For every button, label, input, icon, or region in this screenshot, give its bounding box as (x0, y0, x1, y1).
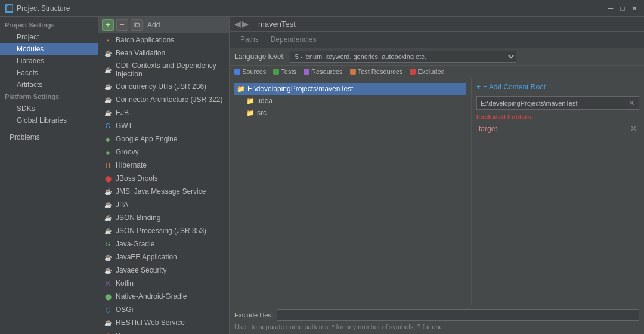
list-item[interactable]: ◈ Groovy (98, 146, 229, 159)
source-tag-excluded[interactable]: Excluded (410, 68, 444, 75)
tree-item-label: E:\developingProjects\mavenTest (247, 85, 353, 93)
source-tag-resources[interactable]: Resources (304, 68, 343, 75)
item-label: Native-Android-Gradle (116, 292, 187, 301)
list-item[interactable]: ☕ JMS: Java Message Service (98, 185, 229, 198)
item-icon: ⬤ (103, 292, 113, 301)
item-icon: ☕ (103, 252, 113, 262)
list-item[interactable]: ☕ JPA (98, 198, 229, 211)
item-label: Connector Architecture (JSR 322) (116, 95, 222, 104)
source-tag-test-resources[interactable]: Test Resources (350, 68, 403, 75)
item-label: Kotlin (116, 279, 134, 287)
sidebar-item-modules[interactable]: Modules (0, 43, 98, 55)
plus-icon: + (476, 83, 481, 91)
list-item[interactable]: ☕ Bean Validation (98, 47, 229, 60)
tree-item-label: src (257, 109, 267, 117)
list-item[interactable]: ⬤ Seam (98, 329, 229, 334)
root-path-text: E:\developingProjects\mavenTest (481, 100, 578, 107)
root-path-close-button[interactable]: ✕ (628, 98, 635, 107)
excluded-item-close-button[interactable]: ✕ (630, 124, 637, 133)
item-label: JMS: Java Message Service (116, 187, 206, 196)
list-item[interactable]: ⬡ OSGi (98, 303, 229, 316)
test-resources-dot (350, 69, 356, 75)
list-item[interactable]: ⬤ JBoss Drools (98, 172, 229, 185)
tree-item-src[interactable]: 📁 src (234, 107, 466, 119)
content-panel: ◀ ▶ mavenTest Paths Dependencies Languag… (230, 17, 644, 334)
exclude-files-row: Exclude files: (234, 309, 639, 321)
item-icon: ☕ (103, 265, 113, 275)
source-tag-tests[interactable]: Tests (273, 68, 296, 75)
list-item[interactable]: K Kotlin (98, 277, 229, 290)
item-icon: G (103, 239, 113, 249)
copy-facet-button[interactable]: ⧉ (131, 19, 143, 31)
sidebar-item-libraries[interactable]: Libraries (0, 55, 98, 67)
item-label: JavaEE Application (116, 253, 177, 261)
list-item[interactable]: H Hibernate (98, 159, 229, 172)
facet-list: ▪ Batch Applications ☕ Bean Validation ☕… (98, 33, 229, 334)
add-facet-button[interactable]: + (102, 19, 114, 31)
sources-label: Sources (242, 68, 266, 75)
back-button[interactable]: ◀ (234, 19, 241, 29)
item-icon: G (103, 121, 113, 131)
list-item[interactable]: ☕ Connector Architecture (JSR 322) (98, 93, 229, 106)
exclude-files-input[interactable] (277, 309, 639, 321)
platform-settings-section: Platform Settings (0, 91, 98, 103)
sidebar-item-global-libraries[interactable]: Global Libraries (0, 115, 98, 126)
sidebar-item-artifacts[interactable]: Artifacts (0, 79, 98, 91)
list-item[interactable]: ☕ Concurrency Utils (JSR 236) (98, 80, 229, 93)
list-item[interactable]: ☕ Javaee Security (98, 264, 229, 277)
item-label: Batch Applications (116, 36, 174, 44)
sidebar-item-facets[interactable]: Facets (0, 67, 98, 79)
list-item[interactable]: ☕ RESTful Web Service (98, 316, 229, 329)
list-item[interactable]: ☕ JavaEE Application (98, 250, 229, 264)
sidebar-item-sdks[interactable]: SDKs (0, 103, 98, 115)
tab-dependencies[interactable]: Dependencies (265, 33, 323, 47)
tab-paths[interactable]: Paths (234, 33, 265, 47)
folder-icon: 📁 (246, 97, 255, 105)
add-content-root-button[interactable]: + + Add Content Root (476, 83, 639, 91)
lang-level-label: Language level: (234, 52, 285, 61)
item-icon: ☕ (103, 108, 113, 117)
close-button[interactable]: ✕ (630, 4, 639, 13)
item-icon: ◈ (103, 147, 113, 157)
lang-level-select[interactable]: 5 - 'enum' keyword, generics, autoboxing… (290, 51, 516, 63)
sidebar-item-project[interactable]: Project (0, 31, 98, 43)
tree-item-idea[interactable]: 📁 .idea (234, 95, 466, 107)
list-item[interactable]: G GWT (98, 119, 229, 132)
test-resources-label: Test Resources (358, 68, 403, 75)
item-icon: ☕ (103, 318, 113, 327)
maximize-button[interactable]: □ (618, 4, 627, 13)
list-item[interactable]: ▪ Batch Applications (98, 33, 229, 47)
item-icon: K (103, 279, 113, 288)
copy-icon: ⧉ (134, 20, 140, 30)
tree-item-root[interactable]: 📁 E:\developingProjects\mavenTest (234, 83, 466, 95)
list-item[interactable]: ☕ EJB (98, 106, 229, 119)
facet-dropdown-panel: + − ⧉ Add ▪ Batch Applications ☕ Bean Va… (98, 17, 230, 334)
list-item[interactable]: ☕ JSON Processing (JSR 353) (98, 224, 229, 237)
source-tag-sources[interactable]: Sources (234, 68, 266, 75)
list-item[interactable]: ⬤ Native-Android-Gradle (98, 290, 229, 303)
title-bar: ⬛ Project Structure ─ □ ✕ (0, 0, 644, 17)
remove-facet-button[interactable]: − (116, 19, 128, 31)
forward-button[interactable]: ▶ (242, 19, 249, 29)
title-bar-controls: ─ □ ✕ (606, 4, 639, 13)
list-item[interactable]: ◆ Google App Engine (98, 132, 229, 146)
item-icon: ⬤ (103, 331, 113, 334)
module-name-bar: ◀ ▶ mavenTest (230, 17, 644, 32)
minus-icon: − (120, 20, 125, 29)
item-label: Hibernate (116, 161, 147, 169)
item-label: Google App Engine (116, 135, 177, 143)
dropdown-toolbar: + − ⧉ Add (98, 17, 229, 33)
window-title: Project Structure (17, 4, 70, 13)
plus-icon: + (106, 20, 110, 29)
list-item[interactable]: ☕ CDI: Contexts and Dependency Injection (98, 60, 229, 80)
item-label: EJB (116, 109, 129, 117)
sidebar-item-problems[interactable]: Problems (0, 131, 98, 143)
lang-level-bar: Language level: 5 - 'enum' keyword, gene… (230, 48, 644, 66)
list-item[interactable]: G Java-Gradle (98, 237, 229, 250)
nav-arrows: ◀ ▶ (234, 19, 249, 29)
item-label: JSON Processing (JSR 353) (116, 227, 206, 235)
list-item[interactable]: ☕ JSON Binding (98, 211, 229, 224)
minimize-button[interactable]: ─ (606, 4, 615, 13)
root-info-panel: + + Add Content Root E:\developingProjec… (471, 78, 644, 305)
item-icon: ▪ (103, 35, 113, 45)
